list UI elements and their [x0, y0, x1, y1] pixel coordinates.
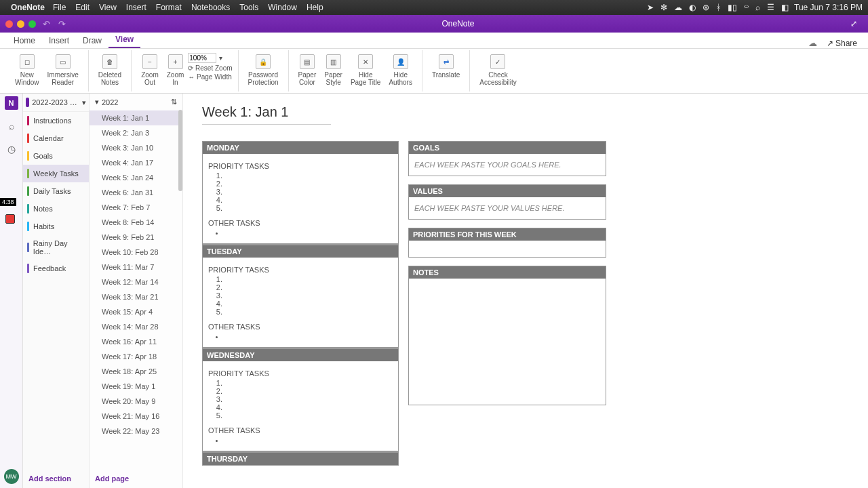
add-section-button[interactable]: Add section: [23, 469, 89, 488]
app-name[interactable]: OneNote: [11, 3, 45, 12]
close-window-button[interactable]: [5, 20, 13, 28]
day-box[interactable]: TUESDAYPRIORITY TASKSOTHER TASKS: [202, 245, 399, 348]
day-box[interactable]: THURSDAY: [202, 452, 399, 466]
values-box[interactable]: VALUES EACH WEEK PASTE YOUR VALUES HERE.: [408, 184, 606, 220]
menu-format[interactable]: Format: [156, 3, 182, 12]
share-button[interactable]: ↗ Share: [823, 39, 861, 48]
notebook-selector[interactable]: 2022-2023 The Better Grind Planner… ▾: [23, 94, 89, 112]
traffic-lights[interactable]: [5, 20, 36, 28]
translate-button[interactable]: ⇄Translate: [428, 53, 464, 80]
page-item[interactable]: Week 9: Feb 21: [90, 230, 182, 245]
goals-body[interactable]: EACH WEEK PASTE YOUR GOALS HERE.: [409, 154, 606, 176]
control-center-icon[interactable]: ☰: [767, 3, 774, 12]
paper-color-button[interactable]: ▤PaperColor: [294, 53, 321, 87]
page-canvas[interactable]: Week 1: Jan 1 MONDAYPRIORITY TASKSOTHER …: [183, 94, 868, 488]
priority-tasks-list[interactable]: [208, 171, 393, 212]
page-item[interactable]: Week 7: Feb 7: [90, 200, 182, 215]
page-item[interactable]: Week 4: Jan 17: [90, 155, 182, 170]
menu-view[interactable]: View: [99, 3, 117, 12]
day-box[interactable]: MONDAYPRIORITY TASKSOTHER TASKS: [202, 141, 399, 245]
page-title[interactable]: Week 1: Jan 1: [202, 104, 331, 125]
user-icon[interactable]: ◧: [781, 3, 789, 12]
page-item[interactable]: Week 10: Feb 28: [90, 245, 182, 260]
add-page-button[interactable]: Add page: [90, 469, 182, 488]
priorities-box[interactable]: PRIORITIES FOR THIS WEEK: [408, 228, 606, 258]
new-window-button[interactable]: ◻NewWindow: [11, 53, 43, 87]
zoom-in-button[interactable]: +ZoomIn: [163, 53, 189, 87]
section-item[interactable]: Feedback: [23, 260, 89, 277]
day-box[interactable]: WEDNESDAYPRIORITY TASKSOTHER TASKS: [202, 348, 399, 452]
page-item[interactable]: Week 20: May 9: [90, 394, 182, 409]
section-item[interactable]: Calendar: [23, 129, 89, 147]
wifi-icon[interactable]: ⌔: [744, 3, 749, 12]
page-width-button[interactable]: ↔ Page Width: [188, 73, 232, 81]
recent-icon[interactable]: ◷: [5, 142, 18, 156]
sort-icon[interactable]: ⇅: [171, 98, 177, 106]
page-item[interactable]: Week 2: Jan 3: [90, 125, 182, 140]
section-item[interactable]: Instructions: [23, 112, 89, 129]
goals-box[interactable]: GOALS EACH WEEK PASTE YOUR GOALS HERE.: [408, 141, 606, 176]
page-item[interactable]: Week 8: Feb 14: [90, 215, 182, 230]
other-tasks-list[interactable]: [208, 436, 393, 444]
immersive-reader-button[interactable]: ▭ImmersiveReader: [43, 53, 83, 87]
paper-style-button[interactable]: ▥PaperStyle: [320, 53, 347, 87]
notes-body[interactable]: [409, 279, 606, 405]
page-item[interactable]: Week 13: Mar 21: [90, 289, 182, 304]
page-scrollbar[interactable]: [178, 94, 182, 488]
section-item[interactable]: Habits: [23, 218, 89, 235]
page-group[interactable]: ▾ 2022 ⇅: [90, 94, 182, 110]
zoom-input[interactable]: [188, 53, 216, 63]
status-icon[interactable]: ◐: [689, 3, 696, 12]
bluetooth-icon[interactable]: ᚼ: [716, 3, 721, 12]
sync-icon[interactable]: ☁: [808, 38, 817, 48]
menu-notebooks[interactable]: Notebooks: [191, 3, 230, 12]
page-item[interactable]: Week 18: Apr 25: [90, 364, 182, 379]
page-item[interactable]: Week 21: May 16: [90, 409, 182, 424]
spotlight-icon[interactable]: ⌕: [755, 3, 760, 12]
page-item[interactable]: Week 14: Mar 28: [90, 319, 182, 334]
menu-file[interactable]: File: [53, 3, 66, 12]
page-item[interactable]: Week 19: May 1: [90, 379, 182, 394]
menu-help[interactable]: Help: [307, 3, 323, 12]
zoom-out-button[interactable]: −ZoomOut: [137, 53, 163, 87]
fullscreen-icon[interactable]: ⤢: [850, 19, 863, 28]
page-item[interactable]: Week 16: Apr 11: [90, 334, 182, 349]
priority-tasks-list[interactable]: [208, 379, 393, 420]
page-item[interactable]: Week 12: Mar 14: [90, 274, 182, 289]
cloud-icon[interactable]: ☁: [674, 3, 682, 12]
settings-icon[interactable]: ✻: [660, 3, 667, 12]
menu-tools[interactable]: Tools: [239, 3, 258, 12]
hide-page-title-button[interactable]: ✕HidePage Title: [347, 53, 384, 87]
page-item[interactable]: Week 11: Mar 7: [90, 260, 182, 274]
page-item[interactable]: Week 1: Jan 1: [90, 110, 182, 125]
tab-home[interactable]: Home: [7, 33, 42, 48]
page-item[interactable]: Week 3: Jan 10: [90, 140, 182, 155]
tab-view[interactable]: View: [108, 32, 140, 48]
minimize-window-button[interactable]: [17, 20, 24, 28]
tab-draw[interactable]: Draw: [76, 33, 108, 48]
location-icon[interactable]: ➤: [647, 3, 654, 12]
deleted-notes-button[interactable]: 🗑DeletedNotes: [94, 53, 125, 87]
menu-edit[interactable]: Edit: [75, 3, 90, 12]
page-item[interactable]: Week 6: Jan 31: [90, 185, 182, 200]
page-item[interactable]: Week 17: Apr 18: [90, 349, 182, 364]
undo-button[interactable]: ↶: [43, 19, 50, 29]
notes-box[interactable]: NOTES: [408, 266, 606, 405]
priority-tasks-list[interactable]: [208, 275, 393, 316]
menubar-status-icons[interactable]: ➤ ✻ ☁ ◐ ⊛ ᚼ ▮▯ ⌔ ⌕ ☰ ◧: [647, 3, 789, 12]
tab-insert[interactable]: Insert: [42, 33, 76, 48]
menu-insert[interactable]: Insert: [126, 3, 146, 12]
values-body[interactable]: EACH WEEK PASTE YOUR VALUES HERE.: [409, 197, 606, 219]
status-icon-2[interactable]: ⊛: [703, 3, 709, 12]
page-item[interactable]: Week 5: Jan 24: [90, 170, 182, 185]
password-protection-button[interactable]: 🔒PasswordProtection: [244, 53, 283, 87]
section-item[interactable]: Goals: [23, 147, 89, 165]
page-item[interactable]: Week 15: Apr 4: [90, 304, 182, 319]
menu-window[interactable]: Window: [268, 3, 297, 12]
check-accessibility-button[interactable]: ✓CheckAccessibility: [475, 53, 520, 87]
battery-icon[interactable]: ▮▯: [728, 3, 737, 12]
section-item[interactable]: Daily Tasks: [23, 182, 89, 200]
page-item[interactable]: Week 22: May 23: [90, 424, 182, 439]
avatar[interactable]: MW: [4, 469, 19, 484]
maximize-window-button[interactable]: [28, 20, 36, 28]
